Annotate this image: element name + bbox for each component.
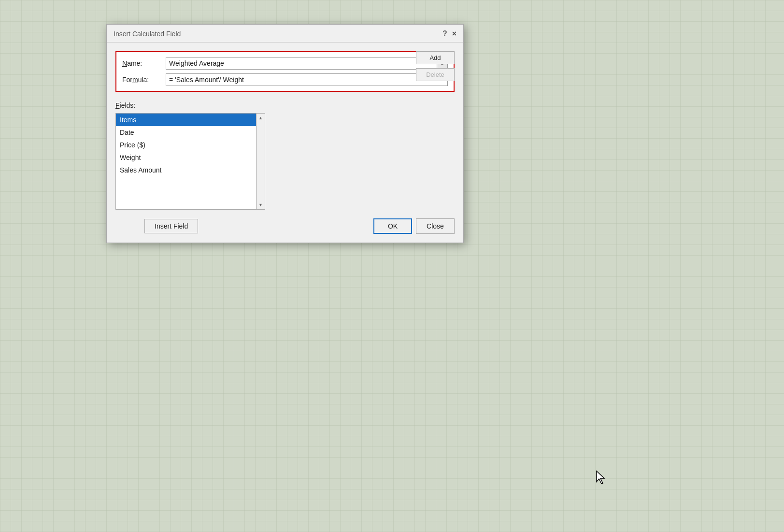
formula-label-underline: m (132, 76, 138, 84)
dialog-content: Name: ⌄ Formula: Add D (115, 51, 455, 234)
delete-button[interactable]: Delete (416, 68, 455, 81)
add-button[interactable]: Add (416, 51, 455, 64)
action-buttons: Add Delete (416, 51, 455, 81)
scroll-down-arrow[interactable]: ▼ (257, 201, 264, 209)
fields-list: Items Date Price ($) Weight Sales Amount (116, 114, 256, 209)
formula-label: Formula: (122, 76, 166, 84)
formula-input[interactable] (166, 73, 448, 86)
name-label-underline: N (122, 59, 127, 67)
svg-marker-0 (597, 471, 604, 484)
scroll-up-arrow[interactable]: ▲ (257, 114, 264, 122)
fields-label: Fields: (115, 101, 455, 109)
ok-close-buttons: OK Close (373, 218, 455, 234)
name-row: Name: ⌄ (122, 57, 448, 70)
formula-row: Formula: (122, 73, 448, 86)
list-item[interactable]: Items (116, 114, 256, 126)
dialog-titlebar: Insert Calculated Field ? × (107, 25, 463, 43)
mouse-cursor (596, 470, 605, 484)
close-icon[interactable]: × (452, 30, 456, 38)
close-button[interactable]: Close (416, 218, 455, 234)
dialog-body: Name: ⌄ Formula: Add D (107, 43, 463, 243)
name-input[interactable] (166, 58, 437, 69)
name-label: Name: (122, 59, 166, 67)
insert-calculated-field-dialog: Insert Calculated Field ? × Name: ⌄ (106, 24, 464, 243)
fields-list-container: Items Date Price ($) Weight Sales Amount… (115, 113, 455, 210)
list-item[interactable]: Weight (116, 151, 256, 164)
list-item[interactable]: Date (116, 126, 256, 139)
name-formula-section: Name: ⌄ Formula: (115, 51, 455, 92)
name-input-wrapper: ⌄ (166, 57, 448, 70)
scroll-track (257, 122, 265, 201)
fields-label-underline: F (115, 101, 120, 109)
fields-listbox: Items Date Price ($) Weight Sales Amount… (115, 113, 265, 210)
list-item[interactable]: Price ($) (116, 139, 256, 151)
ok-button[interactable]: OK (373, 218, 412, 234)
help-button[interactable]: ? (442, 29, 447, 38)
scrollbar: ▲ ▼ (256, 114, 265, 209)
insert-field-button[interactable]: Insert Field (144, 219, 198, 233)
titlebar-controls: ? × (442, 29, 456, 38)
dialog-title: Insert Calculated Field (114, 30, 181, 38)
fields-section: Fields: Items Date Price ($) Weight Sale… (115, 101, 455, 210)
bottom-area: Insert Field OK Close (115, 218, 455, 234)
list-item[interactable]: Sales Amount (116, 164, 256, 176)
